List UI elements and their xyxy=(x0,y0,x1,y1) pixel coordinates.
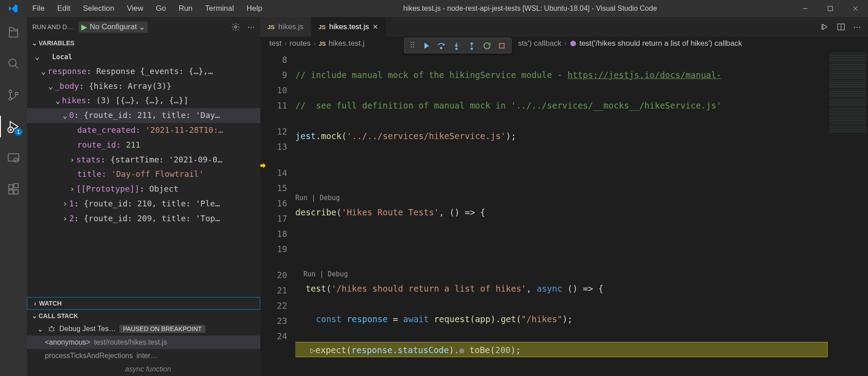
var-body[interactable]: ⌄_body: {hikes: Array(3)} xyxy=(27,79,260,94)
debug-header: RUN AND D… ▶ No Configurat ⌄ ⋯ xyxy=(27,17,260,37)
explorer-icon[interactable] xyxy=(0,22,27,43)
sidebar-title: RUN AND D… xyxy=(32,23,73,31)
scope-local[interactable]: Local xyxy=(41,53,72,61)
svg-point-4 xyxy=(15,92,18,95)
close-button[interactable] xyxy=(843,0,868,17)
chevron-down-icon[interactable]: ⌄ xyxy=(139,22,145,32)
callstack-pane: ⌄ Debug Jest Tes… PAUSED ON BREAKPOINT <… xyxy=(27,322,260,376)
breadcrumb[interactable]: test› routes› JS hikes.test.j sts') call… xyxy=(260,37,868,50)
callstack-header[interactable]: ⌄CALL STACK xyxy=(27,310,260,322)
menu-edit[interactable]: Edit xyxy=(52,2,75,15)
stack-frame-1[interactable]: processTicksAndRejections inter… xyxy=(27,349,260,363)
run-debug-icon[interactable]: 1 xyxy=(0,116,27,137)
maximize-button[interactable] xyxy=(818,0,843,17)
var-title[interactable]: title: 'Day-off Flowtrail' xyxy=(27,167,260,182)
svg-rect-9 xyxy=(9,190,13,194)
vscode-logo-icon xyxy=(0,4,27,13)
var-prototype[interactable]: ›[[Prototype]]: Object xyxy=(27,182,260,197)
more-actions-icon[interactable]: ⋯ xyxy=(853,22,861,32)
var-response[interactable]: ⌄response: Response {_events: {…},… xyxy=(27,64,260,79)
svg-rect-11 xyxy=(14,184,18,188)
tab-bar: JShikes.js JShikes.test.js✕ ⋯ xyxy=(260,17,868,37)
watch-header[interactable]: ›WATCH xyxy=(27,297,260,310)
variables-pane: ⌄Local ⌄response: Response {_events: {…}… xyxy=(27,49,260,297)
titlebar: File Edit Selection View Go Run Terminal… xyxy=(0,0,868,17)
tab-hikes-js[interactable]: JShikes.js xyxy=(260,17,311,37)
step-over-icon[interactable] xyxy=(437,41,446,50)
menu-terminal[interactable]: Terminal xyxy=(200,2,239,15)
stop-icon[interactable] xyxy=(498,42,506,50)
config-name: No Configurat xyxy=(90,22,137,31)
svg-point-15 xyxy=(440,47,442,48)
run-test-icon[interactable] xyxy=(821,23,829,31)
codelens-run-debug[interactable]: Run | Debug xyxy=(295,194,340,202)
debug-session[interactable]: ⌄ Debug Jest Tes… PAUSED ON BREAKPOINT xyxy=(27,322,260,336)
continue-icon[interactable] xyxy=(421,41,430,50)
remote-explorer-icon[interactable] xyxy=(0,147,27,169)
glyph-margin xyxy=(260,50,266,376)
line-numbers: 891011 1213 141516171819 2021222324 xyxy=(266,50,295,376)
js-file-icon: JS xyxy=(319,24,326,31)
svg-rect-0 xyxy=(828,6,833,11)
method-icon xyxy=(570,40,577,47)
restart-icon[interactable] xyxy=(482,41,491,50)
bug-icon xyxy=(48,325,56,333)
debug-badge: 1 xyxy=(14,128,22,136)
debug-toolbar[interactable]: ⠿ xyxy=(404,38,512,53)
svg-point-16 xyxy=(456,48,457,49)
var-hikes[interactable]: ⌄hikes: (3) [{…}, {…}, {…}] xyxy=(27,93,260,108)
svg-point-12 xyxy=(235,26,237,28)
variables-header[interactable]: ⌄VARIABLES xyxy=(27,37,260,49)
extensions-icon[interactable] xyxy=(0,179,27,200)
search-icon[interactable] xyxy=(0,53,27,74)
step-into-icon[interactable] xyxy=(452,41,461,50)
svg-rect-8 xyxy=(9,185,13,189)
run-and-debug-sidebar: RUN AND D… ▶ No Configurat ⌄ ⋯ ⌄VARIABLE… xyxy=(27,17,260,376)
start-debug-icon[interactable]: ▶ xyxy=(81,22,87,32)
minimap[interactable] xyxy=(828,50,868,376)
minimize-button[interactable] xyxy=(793,0,818,17)
tab-hikes-test-js[interactable]: JShikes.test.js✕ xyxy=(311,17,386,37)
drag-handle-icon[interactable]: ⠿ xyxy=(410,41,415,50)
var-route-id[interactable]: route_id: 211 xyxy=(27,138,260,153)
menu-go[interactable]: Go xyxy=(150,2,171,15)
window-title: hikes.test.js - node-rest-api-jest-tests… xyxy=(267,4,793,13)
close-tab-icon[interactable]: ✕ xyxy=(373,23,378,31)
codelens-run-debug[interactable]: Run | Debug xyxy=(295,270,348,278)
svg-point-13 xyxy=(50,327,54,331)
svg-rect-10 xyxy=(14,190,18,194)
current-line-arrow-icon xyxy=(260,162,267,170)
menu-run[interactable]: Run xyxy=(173,2,198,15)
gear-icon[interactable] xyxy=(231,22,240,32)
svg-point-17 xyxy=(471,48,472,49)
menu-selection[interactable]: Selection xyxy=(78,2,120,15)
var-item-1[interactable]: ›1: {route_id: 210, title: 'Ple… xyxy=(27,197,260,211)
stack-frame-0[interactable]: <anonymous> test/routes/hikes.test.js xyxy=(27,336,260,349)
menu-help[interactable]: Help xyxy=(241,2,267,15)
svg-point-3 xyxy=(9,97,12,100)
code-content[interactable]: // include manual mock of the hikingServ… xyxy=(295,50,828,376)
var-item-0[interactable]: ⌄0: {route_id: 211, title: 'Day… xyxy=(27,108,260,123)
more-icon[interactable]: ⋯ xyxy=(247,22,255,32)
code-editor[interactable]: 891011 1213 141516171819 2021222324 // i… xyxy=(260,50,868,376)
debug-config-selector[interactable]: ▶ No Configurat ⌄ xyxy=(79,22,148,33)
activity-bar: 1 xyxy=(0,17,27,376)
svg-point-1 xyxy=(9,59,16,66)
source-control-icon[interactable] xyxy=(0,84,27,106)
pause-status: PAUSED ON BREAKPOINT xyxy=(119,325,206,333)
svg-rect-18 xyxy=(500,43,504,48)
step-out-icon[interactable] xyxy=(467,41,476,50)
editor-area: JShikes.js JShikes.test.js✕ ⋯ test› rout… xyxy=(260,17,868,376)
js-file-icon: JS xyxy=(267,24,275,31)
stack-frame-1-detail: async function xyxy=(27,363,260,376)
var-date-created[interactable]: date_created: '2021-11-28T10:… xyxy=(27,123,260,138)
js-file-icon: JS xyxy=(319,40,326,47)
var-item-2[interactable]: ›2: {route_id: 209, title: 'Top… xyxy=(27,211,260,226)
menu-bar: File Edit Selection View Go Run Terminal… xyxy=(27,2,267,15)
menu-view[interactable]: View xyxy=(122,2,149,15)
svg-point-2 xyxy=(9,90,12,93)
split-editor-icon[interactable] xyxy=(837,23,845,31)
menu-file[interactable]: File xyxy=(27,2,50,15)
var-stats[interactable]: ›stats: {startTime: '2021-09-0… xyxy=(27,153,260,167)
